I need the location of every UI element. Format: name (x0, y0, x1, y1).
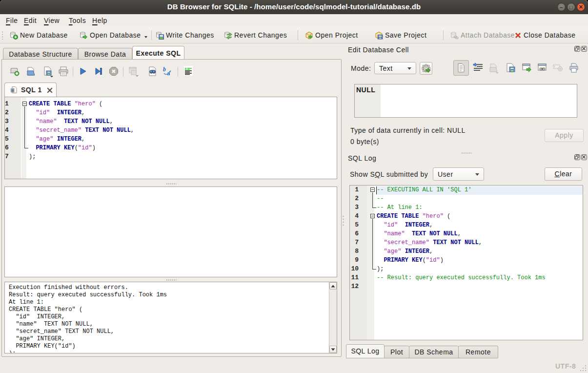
svg-text:b: b (163, 66, 166, 73)
